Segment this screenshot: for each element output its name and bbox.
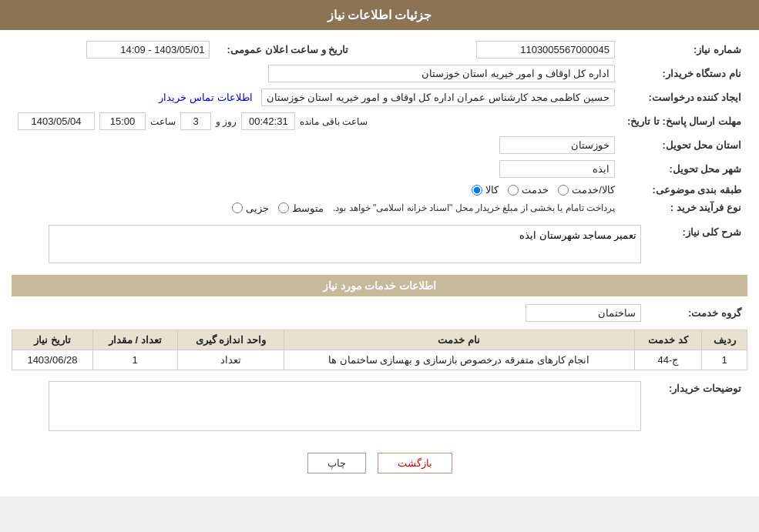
- dastgah-input: اداره کل اوقاف و امور خیریه استان خوزستا…: [268, 65, 615, 82]
- mohlat-value: ساعت باقی مانده 00:42:31 روز و 3 ساعت 15…: [12, 109, 621, 133]
- row-ijad: ایجاد کننده درخواست: حسین کاظمی مجد کارش…: [12, 85, 747, 109]
- mohlat-label: مهلت ارسال پاسخ: تا تاریخ:: [621, 109, 747, 133]
- services-section-header: اطلاعات خدمات مورد نیاز: [12, 275, 747, 296]
- cell-tarikh: 1403/06/28: [12, 350, 93, 370]
- farayand-label: نوع فرآیند خرید :: [621, 199, 747, 217]
- cell-nam_khedmat: انجام کارهای متفرقه درخصوص بازسازی و بهس…: [284, 350, 634, 370]
- tosihhat-label: توضیحات خریدار:: [647, 378, 747, 437]
- row-shenomreh: شماره نیاز: 1103005567000045 تاریخ و ساع…: [12, 38, 747, 62]
- row-mohlat: مهلت ارسال پاسخ: تا تاریخ: ساعت باقی مان…: [12, 109, 747, 133]
- radio-mottawaset[interactable]: [278, 202, 289, 213]
- farayand-value: پرداخت تامام یا بخشی از مبلغ خریدار محل …: [12, 199, 621, 217]
- sharh-label: شرح کلی نیاز:: [647, 222, 747, 269]
- etelaat-tamas-link[interactable]: اطلاعات تماس خریدار: [159, 92, 252, 103]
- shahr-label: شهر محل تحویل:: [621, 157, 747, 181]
- col-vahed: واحد اندازه گیری: [177, 330, 284, 350]
- rooz-label: روز و: [216, 116, 237, 127]
- col-tedad: تعداد / مقدار: [92, 330, 177, 350]
- tosihhat-table: توضیحات خریدار:: [12, 378, 747, 437]
- row-tosihhat: توضیحات خریدار:: [12, 378, 747, 437]
- page-wrapper: جزئیات اطلاعات نیاز شماره نیاز: 11030055…: [0, 0, 759, 497]
- radio-jozee[interactable]: [232, 202, 243, 213]
- row-dastgah: نام دستگاه خریدار: اداره کل اوقاف و امور…: [12, 62, 747, 85]
- sharh-value: تعمیر مساجد شهرستان ایذه: [12, 222, 647, 269]
- radio-khedmat[interactable]: [508, 185, 519, 196]
- row-gorohe: گروه خدمت: ساختمان: [12, 301, 747, 325]
- shahr-value: ایذه: [12, 157, 621, 181]
- tosihhat-value: [12, 378, 647, 437]
- sharh-container: تعمیر مساجد شهرستان ایذه: [18, 225, 641, 266]
- row-shahr: شهر محل تحویل: ایذه: [12, 157, 747, 181]
- tarikh-elaan-label: تاریخ و ساعت اعلان عمومی:: [216, 38, 354, 62]
- shenomreh-value: 1103005567000045: [393, 38, 621, 62]
- sharh-table: شرح کلی نیاز: تعمیر مساجد شهرستان ایذه: [12, 222, 747, 269]
- bottom-buttons: بازگشت چاپ: [12, 441, 747, 489]
- services-tbody: 1ج-44انجام کارهای متفرقه درخصوص بازسازی …: [12, 350, 747, 370]
- farayand-radio-group: پرداخت تامام یا بخشی از مبلغ خریدار محل …: [232, 202, 615, 214]
- main-content: شماره نیاز: 1103005567000045 تاریخ و ساع…: [0, 30, 759, 497]
- ostan-input: خوزستان: [499, 136, 615, 154]
- services-section-title: اطلاعات خدمات مورد نیاز: [323, 279, 437, 292]
- tabagheh-label: طبقه بندی موضوعی:: [621, 181, 747, 199]
- gorohe-table: گروه خدمت: ساختمان: [12, 301, 747, 325]
- ijad-input: حسین کاظمی مجد کارشناس عمران اداره کل او…: [261, 89, 615, 106]
- baqi-mande-label: ساعت باقی مانده: [300, 116, 368, 127]
- sharh-textarea[interactable]: تعمیر مساجد شهرستان ایذه: [49, 225, 641, 263]
- radio-kala-khedmat[interactable]: [558, 185, 569, 196]
- tabagheh-value: کالا/خدمت خدمت کالا: [12, 181, 621, 199]
- print-button[interactable]: چاپ: [307, 453, 366, 473]
- tabagheh-radio-group: کالا/خدمت خدمت کالا: [472, 184, 615, 196]
- countdown-input: 00:42:31: [241, 112, 295, 130]
- row-sharh: شرح کلی نیاز: تعمیر مساجد شهرستان ایذه: [12, 222, 747, 269]
- radio-kala-item: کالا: [472, 184, 499, 196]
- gorohe-input: ساختمان: [526, 304, 641, 322]
- cell-radif: 1: [702, 350, 747, 370]
- col-radif: ردیف: [702, 330, 747, 350]
- gorohe-label: گروه خدمت:: [647, 301, 747, 325]
- dastgah-value: اداره کل اوقاف و امور خیریه استان خوزستا…: [12, 62, 621, 85]
- shenomreh-input: 1103005567000045: [476, 41, 615, 59]
- col-tarikh: تاریخ نیاز: [12, 330, 93, 350]
- date-input: 1403/05/04: [18, 112, 95, 130]
- info-table: شماره نیاز: 1103005567000045 تاریخ و ساع…: [12, 38, 747, 217]
- table-row: 1ج-44انجام کارهای متفرقه درخصوص بازسازی …: [12, 350, 747, 370]
- row-tabagheh: طبقه بندی موضوعی: کالا/خدمت خدمت کالا: [12, 181, 747, 199]
- radio-jozee-item: جزیی: [232, 202, 269, 214]
- tosihhat-textarea[interactable]: [49, 381, 641, 431]
- rooz-input: 3: [180, 112, 211, 130]
- col-nam: نام خدمت: [284, 330, 634, 350]
- col-kod: کد خدمت: [634, 330, 702, 350]
- row-farayand: نوع فرآیند خرید : پرداخت تامام یا بخشی ا…: [12, 199, 747, 217]
- tarikh-elaan-input: 1403/05/01 - 14:09: [86, 41, 210, 59]
- tarikh-elaan-value: 1403/05/01 - 14:09: [12, 38, 216, 62]
- ostan-label: استان محل تحویل:: [621, 133, 747, 157]
- ijad-value: حسین کاظمی مجد کارشناس عمران اداره کل او…: [12, 85, 621, 109]
- radio-kala[interactable]: [472, 185, 482, 196]
- time-input: 15:00: [99, 112, 146, 130]
- back-button[interactable]: بازگشت: [378, 453, 452, 473]
- cell-tedad: 1: [92, 350, 177, 370]
- radio-khedmat-item: خدمت: [508, 184, 549, 196]
- row-ostan: استان محل تحویل: خوزستان: [12, 133, 747, 157]
- gorohe-value: ساختمان: [12, 301, 647, 325]
- dastgah-label: نام دستگاه خریدار:: [621, 62, 747, 85]
- radio-kala-khedmat-label: کالا/خدمت: [572, 184, 615, 196]
- cell-vahed: تعداد: [177, 350, 284, 370]
- services-table: ردیف کد خدمت نام خدمت واحد اندازه گیری ت…: [12, 330, 747, 370]
- page-title: جزئیات اطلاعات نیاز: [327, 8, 432, 22]
- ostan-value: خوزستان: [12, 133, 621, 157]
- time-label: ساعت: [150, 116, 176, 127]
- radio-kala-label: کالا: [485, 184, 499, 196]
- farayand-note: پرداخت تامام یا بخشی از مبلغ خریدار محل …: [333, 202, 615, 213]
- shenomreh-label: شماره نیاز:: [621, 38, 747, 62]
- cell-kod_khedmat: ج-44: [634, 350, 702, 370]
- shahr-input: ایذه: [499, 160, 615, 178]
- radio-kala-khedmat-item: کالا/خدمت: [558, 184, 615, 196]
- ijad-label: ایجاد کننده درخواست:: [621, 85, 747, 109]
- services-header-row: ردیف کد خدمت نام خدمت واحد اندازه گیری ت…: [12, 330, 747, 350]
- radio-mottawaset-label: متوسط: [292, 202, 324, 214]
- radio-khedmat-label: خدمت: [522, 184, 549, 196]
- services-thead: ردیف کد خدمت نام خدمت واحد اندازه گیری ت…: [12, 330, 747, 350]
- radio-mottawaset-item: متوسط: [278, 202, 324, 214]
- radio-jozee-label: جزیی: [246, 202, 269, 214]
